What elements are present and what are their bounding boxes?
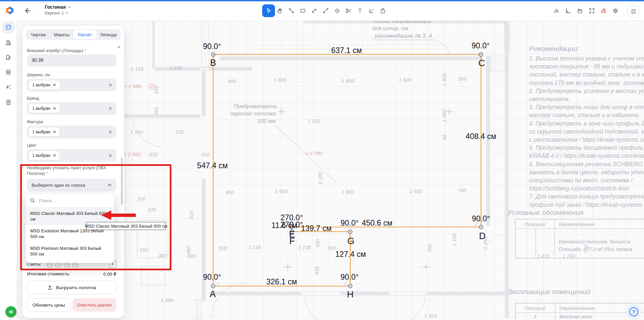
sidebar-item-layers[interactable]: [2, 66, 14, 78]
panel-tabs: Чертеж Макеты Расчёт Легенда: [26, 29, 121, 40]
tool-bag[interactable]: [376, 4, 389, 17]
filter-texture-field[interactable]: 1 выбран✕ ✕: [27, 126, 116, 138]
dimension-label: 1 100: [562, 253, 575, 259]
project-title-block[interactable]: Гостиная Вариант 1: [45, 4, 71, 15]
recommendation-line: потолка 175 мм во входной зоне, гостево: [529, 80, 644, 86]
filter-width-field[interactable]: 1 выбран✕ ✕: [27, 79, 116, 91]
chip-remove-icon[interactable]: ✕: [53, 153, 56, 158]
back-arrow-icon: [24, 7, 31, 14]
service-select[interactable]: Выберите один из списка: [27, 179, 116, 191]
tab-raschet[interactable]: Расчёт: [73, 30, 97, 39]
text-icon: T: [357, 7, 363, 14]
clear-field-icon[interactable]: ✕: [109, 153, 112, 158]
divider: [37, 5, 37, 17]
clear-field-icon[interactable]: ✕: [109, 106, 112, 111]
update-label: Обновить цены: [32, 303, 65, 308]
tool-text[interactable]: T: [354, 4, 366, 17]
dropdown-search[interactable]: [26, 194, 114, 208]
dimension-label: 1 563: [424, 313, 437, 319]
dimension-label: 745: [458, 187, 467, 193]
dimension-label: 1 160: [130, 129, 143, 135]
dimension-label: рекомендацию № 3, 4: [375, 33, 432, 39]
measurement-label: 127.4 см: [335, 250, 366, 259]
chip-remove-icon[interactable]: ✕: [53, 83, 56, 87]
measurement-label: 547.4 см: [197, 161, 228, 170]
dimension-label: + 2 680: [124, 83, 142, 89]
tool-curve[interactable]: [319, 4, 332, 17]
tool-connector[interactable]: [285, 4, 298, 17]
tool-resize-arrow[interactable]: [308, 4, 321, 17]
support-fab[interactable]: Ф: [5, 306, 16, 317]
filter-brand-field[interactable]: 1 выбран✕ ✕: [27, 102, 116, 115]
area-field-label: Внешний атрибут (Площадь) *: [27, 48, 86, 53]
svg-text:T: T: [358, 8, 362, 13]
tab-label: Легенда: [100, 32, 117, 37]
option-msd-premium[interactable]: MSD Premium Матовый 303 Белый 500 см: [26, 242, 114, 260]
dimension-label: + 2 780: [305, 150, 322, 156]
polygon-vertex-dot: [480, 226, 481, 227]
save-button[interactable]: [627, 5, 640, 18]
measurement-label: 90.0°: [203, 42, 221, 51]
search-input[interactable]: [38, 198, 104, 203]
tool-settings[interactable]: [609, 4, 622, 17]
panel-scrollbar[interactable]: [121, 158, 123, 205]
chip-remove-icon[interactable]: ✕: [53, 106, 56, 111]
project-title: Гостиная: [45, 4, 66, 10]
dimension-label: 1 800: [341, 78, 354, 84]
variant-label: Вариант 1: [45, 11, 64, 15]
sidebar-item-building[interactable]: [2, 37, 14, 49]
svg-text:A: A: [555, 8, 559, 14]
tab-makety[interactable]: Макеты: [50, 30, 74, 39]
recommendation-line: светильников.: [529, 96, 570, 102]
measurement-label: F: [289, 236, 295, 246]
sidebar-item-materials[interactable]: [2, 51, 14, 63]
recommendation-line: со скрытой светодиодной подсветкой, ка: [529, 128, 644, 135]
tool-axis-chart[interactable]: x: [365, 4, 378, 17]
update-prices-button[interactable]: Обновить цены: [27, 298, 71, 312]
tool-rectangle[interactable]: [296, 4, 309, 17]
tab-label: Чертеж: [31, 32, 46, 37]
tool-cursor[interactable]: [262, 4, 275, 17]
back-button[interactable]: [24, 7, 31, 16]
tool-rotate-object[interactable]: [573, 4, 586, 17]
recommendation-line: с рассеивателем / https://kraab-systems.…: [529, 136, 644, 143]
app-logo[interactable]: [4, 5, 15, 16]
dimension-label: 1 600: [409, 188, 422, 194]
tool-angle-ruler[interactable]: [562, 4, 574, 17]
polygon-vertex-dot: [212, 285, 213, 286]
scroll-up-arrow[interactable]: [117, 46, 121, 48]
selected-chip[interactable]: 1 выбран✕: [29, 128, 59, 136]
sidebar-item-plan[interactable]: [2, 21, 14, 33]
tool-hand[interactable]: [274, 4, 286, 17]
clear-calculation-button[interactable]: Очистить расчет: [73, 298, 116, 312]
selected-chip[interactable]: 1 выбран✕: [29, 104, 59, 113]
clear-field-icon[interactable]: ✕: [109, 130, 112, 135]
tool-scissors[interactable]: [342, 4, 355, 17]
chip-label: 1 выбран: [32, 130, 50, 134]
measurement-label: C: [478, 58, 485, 68]
dimension-label: 1 155: [131, 66, 144, 72]
bag-icon: [379, 7, 386, 14]
measurement-label: 90.0°: [472, 41, 490, 50]
tool-target[interactable]: [331, 4, 344, 17]
tool-skew-text[interactable]: A: [550, 4, 563, 17]
selected-chip[interactable]: 1 выбран✕: [29, 81, 59, 89]
area-field[interactable]: 30.39: [27, 54, 116, 66]
help-button[interactable]: ?: [626, 304, 641, 319]
selected-chip[interactable]: 1 выбран✕: [29, 151, 59, 160]
dimension-label: 1 630: [169, 65, 182, 71]
building-icon: [5, 39, 12, 46]
tab-legenda[interactable]: Легенда: [97, 30, 120, 39]
tool-eraser[interactable]: [597, 4, 610, 17]
export-canvases-button[interactable]: Выгрузить полотна: [27, 281, 116, 294]
ruble-icon: ₽: [5, 84, 12, 90]
filter-color-field[interactable]: 1 выбран✕ ✕: [27, 149, 116, 162]
chip-remove-icon[interactable]: ✕: [53, 130, 56, 134]
dimension-label: Ниша, направляющие: [374, 20, 431, 24]
clear-field-icon[interactable]: ✕: [109, 83, 112, 88]
tool-expand[interactable]: [586, 4, 598, 17]
sidebar-item-pricing[interactable]: ₽: [2, 81, 14, 93]
legend-title: Условные обозначения: [507, 209, 583, 216]
tab-chertezh[interactable]: Чертеж: [27, 30, 50, 39]
sidebar-item-document[interactable]: [2, 96, 14, 108]
